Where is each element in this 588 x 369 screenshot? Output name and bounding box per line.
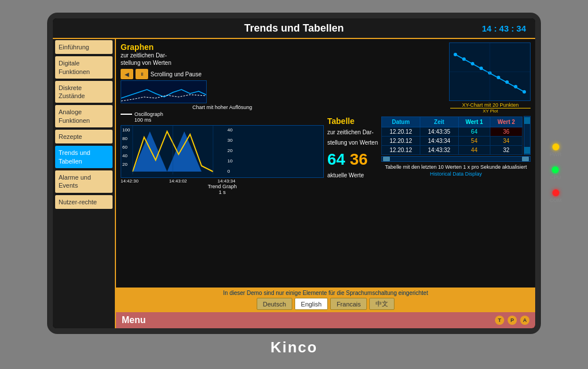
- cell-datum: 12.20.12: [382, 127, 420, 136]
- table-row: 12.20.12 14:43:34 54 34: [382, 136, 523, 145]
- cell-wert1: 44: [458, 145, 490, 154]
- cell-datum: 12.20.12: [382, 136, 420, 145]
- svg-point-16: [454, 53, 457, 56]
- lang-chinese-button[interactable]: 中文: [369, 298, 394, 310]
- col-zeit: Zeit: [420, 116, 458, 127]
- controls-row: ◀ ⏸ Scrolling und Pause: [121, 69, 324, 79]
- data-table: Datum Zeit Wert 1 Wert 2: [381, 116, 523, 155]
- sidebar-item-rezepte[interactable]: Rezepte: [55, 130, 113, 143]
- table-footer: Tabelle mit den letzten 10 Werten 1 x pr…: [381, 164, 531, 170]
- screen-time: 14 : 43 : 34: [482, 24, 526, 33]
- com-label: COM: [550, 197, 562, 203]
- sidebar-item-digitale[interactable]: Digitale Funktionen: [55, 56, 113, 79]
- scroll-chart: [121, 80, 207, 103]
- cell-zeit: 14:43:35: [420, 127, 458, 136]
- lang-english-button[interactable]: English: [295, 298, 328, 310]
- graphen-title: Graphen: [121, 42, 324, 52]
- time-label-2: 14:43:02: [169, 178, 187, 184]
- xy-chart-label: XY-Chart mit 20 Punkten: [450, 102, 531, 108]
- trend-chart: 100 80 60 40 20 40 30 20: [121, 125, 324, 178]
- lang-deutsch-button[interactable]: Deutsch: [257, 298, 292, 310]
- svg-point-22: [505, 80, 509, 84]
- graphen-subtitle: zur zeitlichen Dar-stellung von Werten: [121, 52, 324, 67]
- scroll-left-button[interactable]: ◀: [121, 69, 133, 79]
- svg-text:20: 20: [122, 162, 127, 167]
- svg-point-23: [514, 85, 517, 88]
- col-wert1: Wert 1: [458, 116, 490, 127]
- tabelle-title: Tabelle: [327, 116, 354, 126]
- svg-point-19: [479, 67, 483, 70]
- sidebar-item-alarme[interactable]: Alarme und Events: [55, 170, 113, 193]
- pwr-label: PWR: [550, 152, 562, 157]
- svg-text:80: 80: [122, 136, 127, 141]
- svg-point-17: [462, 57, 466, 61]
- col-wert2: Wert 2: [490, 116, 523, 127]
- scroll-label: Scrolling und Pause: [150, 71, 202, 77]
- values-label: aktuelle Werte: [327, 172, 378, 178]
- indicator-cpu: CPU: [550, 166, 561, 180]
- col-datum: Datum: [382, 116, 420, 127]
- svg-text:40: 40: [227, 127, 233, 133]
- indicator-com: COM: [550, 189, 562, 203]
- time-label-1: 14:42:30: [121, 178, 138, 184]
- graphen-section: Graphen zur zeitlichen Dar-stellung von …: [121, 42, 324, 285]
- sidebar-item-einfuehrung[interactable]: Einführung: [55, 40, 113, 54]
- screen: Trends und Tabellen 14 : 43 : 34 Einführ…: [53, 18, 535, 328]
- osc-line: [121, 114, 132, 115]
- hist-label: Historical Data Display: [381, 171, 531, 177]
- screen-body: Einführung Digitale Funktionen Diskrete …: [53, 39, 535, 328]
- cpu-label: CPU: [550, 174, 561, 180]
- screen-title: Trends und Tabellen: [244, 22, 344, 34]
- cell-wert2: 34: [490, 136, 523, 145]
- values-display: 64 36: [327, 150, 378, 169]
- cell-wert1: 64: [458, 127, 490, 136]
- lang-francais-button[interactable]: Francais: [330, 298, 367, 310]
- horizontal-scrollbar[interactable]: [381, 156, 531, 162]
- svg-text:0: 0: [227, 169, 230, 174]
- table-row: 12.20.12 14:43:32 44 32: [382, 145, 523, 154]
- menu-ind-a[interactable]: A: [520, 316, 529, 325]
- svg-point-24: [523, 90, 526, 94]
- pause-button[interactable]: ⏸: [136, 69, 148, 79]
- svg-text:100: 100: [122, 127, 130, 133]
- trend-graph-label: Trend Graph: [121, 184, 324, 189]
- lang-info: In dieser Demo sind nur einige Elemente …: [223, 290, 428, 296]
- tabelle-subtitle: zur zeitlichen Dar-stellung von Werten: [327, 129, 378, 146]
- sidebar-item-diskrete[interactable]: Diskrete Zustände: [55, 81, 113, 103]
- svg-text:40: 40: [122, 153, 127, 158]
- table-row: 12.20.12 14:43:35 64 36: [382, 127, 523, 136]
- menu-indicators: T P A: [495, 316, 529, 325]
- lang-buttons: Deutsch English Francais 中文: [257, 298, 395, 310]
- svg-text:30: 30: [227, 138, 233, 143]
- chart-high-res-label: Chart mit hoher Auflösung: [121, 104, 324, 110]
- trend-time-labels: 14:42:30 14:43:02 14:43:34: [121, 178, 235, 184]
- sidebar-item-nutzer[interactable]: Nutzer-rechte: [55, 195, 113, 209]
- cell-zeit: 14:43:34: [420, 136, 458, 145]
- svg-point-18: [471, 62, 474, 65]
- svg-text:60: 60: [122, 145, 127, 150]
- cell-wert2: 32: [490, 145, 523, 154]
- value1: 64: [327, 150, 345, 169]
- cell-wert2: 36: [490, 127, 523, 136]
- cpu-light: [552, 166, 559, 173]
- menu-ind-t[interactable]: T: [495, 316, 504, 325]
- pwr-light: [552, 143, 559, 150]
- sidebar-item-analoge[interactable]: Analoge Funktionen: [55, 105, 113, 127]
- svg-text:10: 10: [227, 158, 233, 164]
- osc-label: Oscillograph: [134, 111, 163, 117]
- sidebar-item-trends[interactable]: Trends und Tabellen: [55, 146, 113, 168]
- language-bar: In dieser Demo sind nur einige Elemente …: [116, 288, 535, 312]
- menu-bar: Menu T P A: [116, 312, 535, 328]
- brand-label: Kinco: [47, 339, 541, 356]
- oscillograph-row: Oscillograph: [121, 111, 324, 117]
- menu-label[interactable]: Menu: [122, 315, 146, 325]
- table-section: Tabelle zur zeitlichen Dar-stellung von …: [327, 116, 531, 285]
- time-label-3: 14:43:34: [218, 178, 235, 184]
- indicator-pwr: PWR: [550, 143, 562, 157]
- osc-ms: 100 ms: [134, 117, 324, 123]
- svg-point-21: [497, 76, 500, 79]
- svg-text:20: 20: [227, 148, 233, 153]
- menu-ind-p[interactable]: P: [508, 316, 517, 325]
- cell-datum: 12.20.12: [382, 145, 420, 154]
- cell-wert1: 54: [458, 136, 490, 145]
